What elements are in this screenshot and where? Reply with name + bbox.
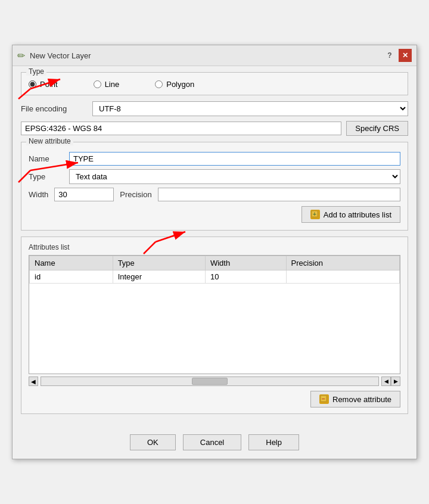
file-encoding-row: File encoding UTF-8 ASCII Latin-1: [21, 101, 408, 116]
scroll-right-left-button[interactable]: ◀: [381, 377, 391, 386]
title-bar-left: ✏ New Vector Layer: [17, 50, 91, 61]
scroll-thumb[interactable]: [192, 378, 228, 385]
width-label: Width: [29, 190, 48, 199]
scroll-left-button[interactable]: ◀: [29, 377, 38, 386]
row-width: 10: [205, 270, 286, 284]
row-type: Integer: [113, 270, 205, 284]
attributes-table: Name Type Width Precision id Integer 10: [29, 256, 400, 284]
add-button-label: Add to attributes list: [324, 210, 391, 219]
width-precision-row: Width Precision: [29, 188, 400, 201]
attributes-list-label: Attributes list: [29, 243, 400, 251]
table-header-row: Name Type Width Precision: [30, 256, 400, 270]
polygon-radio[interactable]: [155, 80, 163, 88]
dialog-body: Type Point Line Polygon File encoding: [13, 66, 416, 428]
add-icon-svg: +: [311, 210, 319, 219]
point-radio[interactable]: [29, 80, 36, 88]
col-header-type: Type: [113, 256, 205, 270]
name-row: Name: [29, 152, 400, 166]
add-to-attributes-button[interactable]: + Add to attributes list: [301, 206, 400, 223]
row-name: id: [30, 270, 113, 284]
horizontal-scrollbar: ◀ ◀ ▶: [29, 377, 400, 386]
line-radio[interactable]: [94, 80, 101, 88]
point-radio-label[interactable]: Point: [29, 80, 58, 89]
svg-text:+: +: [313, 211, 316, 217]
type-field-label: Type: [29, 172, 64, 181]
attributes-table-body: id Integer 10: [30, 270, 400, 284]
remove-icon: −: [319, 394, 329, 404]
scroll-right-right-button[interactable]: ▶: [391, 377, 400, 386]
col-header-name: Name: [30, 256, 113, 270]
type-row-attr: Type Text data Integer Real Date: [29, 169, 400, 184]
polygon-radio-label[interactable]: Polygon: [155, 80, 194, 89]
precision-input[interactable]: [158, 188, 400, 201]
add-icon: +: [310, 210, 320, 219]
new-vector-layer-dialog: ✏ New Vector Layer ? ✕: [12, 45, 417, 459]
table-row[interactable]: id Integer 10: [30, 270, 400, 284]
scroll-right-group: ◀ ▶: [381, 377, 400, 386]
close-button[interactable]: ✕: [399, 49, 412, 62]
title-bar-right: ? ✕: [383, 49, 412, 62]
scroll-track[interactable]: [41, 377, 379, 386]
remove-button-label: Remove attribute: [332, 395, 391, 404]
type-section-label: Type: [26, 67, 46, 76]
new-attribute-section: New attribute Name Type Text data Intege…: [21, 142, 408, 231]
help-footer-button[interactable]: Help: [248, 434, 299, 450]
remove-icon-svg: −: [320, 395, 328, 403]
file-encoding-select[interactable]: UTF-8 ASCII Latin-1: [92, 101, 408, 116]
width-input[interactable]: [54, 188, 114, 201]
help-button[interactable]: ?: [383, 49, 396, 62]
precision-label: Precision: [120, 190, 151, 199]
crs-row: Specify CRS: [21, 121, 408, 136]
type-section: Type Point Line Polygon: [21, 72, 408, 95]
crs-input[interactable]: [21, 122, 341, 135]
specify-crs-button[interactable]: Specify CRS: [346, 121, 408, 136]
file-encoding-label: File encoding: [21, 104, 92, 113]
col-header-precision: Precision: [286, 256, 399, 270]
remove-attribute-button[interactable]: − Remove attribute: [310, 391, 400, 407]
app-icon: ✏: [17, 50, 25, 61]
new-attribute-label: New attribute: [26, 137, 73, 145]
line-radio-label[interactable]: Line: [94, 80, 120, 89]
type-options-row: Point Line Polygon: [29, 77, 400, 89]
add-button-row: + Add to attributes list: [29, 206, 400, 223]
attributes-list-section: Attributes list Name Type Width Precisio…: [21, 237, 408, 414]
polygon-label: Polygon: [166, 80, 194, 89]
col-header-width: Width: [205, 256, 286, 270]
dialog-title: New Vector Layer: [30, 51, 91, 60]
cancel-button[interactable]: Cancel: [183, 434, 241, 450]
name-input[interactable]: [69, 152, 400, 166]
type-select[interactable]: Text data Integer Real Date: [69, 169, 400, 184]
ok-button[interactable]: OK: [130, 434, 176, 450]
point-label: Point: [40, 80, 58, 89]
title-bar: ✏ New Vector Layer ? ✕: [13, 45, 416, 66]
attributes-table-wrapper[interactable]: Name Type Width Precision id Integer 10: [29, 255, 400, 374]
dialog-footer: OK Cancel Help: [13, 428, 416, 459]
line-label: Line: [105, 80, 120, 89]
name-field-label: Name: [29, 154, 64, 163]
remove-button-row: − Remove attribute: [29, 391, 400, 407]
row-precision: [286, 270, 399, 284]
svg-text:−: −: [322, 396, 325, 402]
